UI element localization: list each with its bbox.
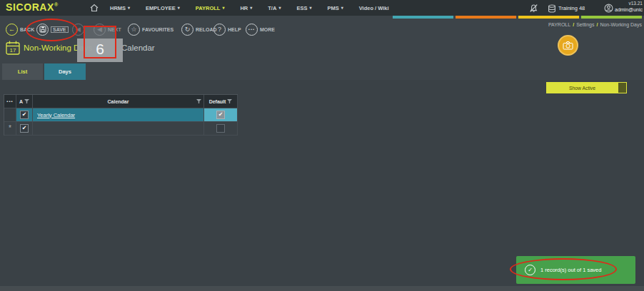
page-title: Non-Working Days — [24, 44, 92, 52]
app-version: v13.21 — [628, 1, 643, 6]
tab-list[interactable]: List — [2, 63, 43, 80]
column-header-row-menu[interactable]: ••• — [4, 95, 16, 108]
main-menu: HRMS▾ EMPLOYEE▾ PAYROLL▾ HR▾ T/A▾ ESS▾ P… — [110, 0, 389, 16]
calendar-record-link[interactable]: Yearly Calendar — [37, 112, 75, 118]
default-checkbox-cell: ✔ — [204, 108, 238, 122]
menu-hr[interactable]: HR▾ — [240, 5, 252, 11]
row-menu-cell[interactable] — [4, 108, 16, 122]
logged-in-user[interactable]: admin@unic — [615, 7, 643, 12]
previous-arrow-icon: ◀ — [72, 24, 84, 36]
menu-hrms[interactable]: HRMS▾ — [110, 5, 130, 11]
active-checkbox-cell: ✔ — [16, 108, 33, 122]
ellipsis-icon: ••• — [246, 24, 258, 36]
filter-funnel-icon[interactable] — [196, 99, 201, 103]
breadcrumb-payroll[interactable]: PAYROLL — [548, 22, 570, 27]
status-color-strip — [393, 16, 642, 19]
registered-mark: ® — [54, 2, 59, 7]
breadcrumb-non-working-days[interactable]: Non-Working Days — [600, 22, 642, 27]
filter-funnel-icon[interactable] — [227, 99, 232, 103]
calendar-table: ••• A Calendar Default — [4, 94, 238, 136]
active-checkbox-checked[interactable]: ✔ — [20, 124, 29, 133]
back-button[interactable]: ← BACK — [6, 23, 34, 36]
menu-ess[interactable]: ESS▾ — [296, 5, 311, 11]
column-header-calendar[interactable]: Calendar — [33, 95, 204, 108]
chevron-down-icon: ▾ — [128, 6, 130, 10]
question-mark-icon: ? — [213, 24, 226, 36]
favourites-button[interactable]: ☆ FAVOURITES — [128, 23, 173, 36]
toggle-handle[interactable] — [618, 83, 626, 93]
row-menu-icon: ••• — [6, 99, 13, 103]
chevron-down-icon: ▾ — [309, 6, 311, 10]
show-active-toggle[interactable]: Show Active — [546, 82, 627, 93]
chevron-down-icon: ▾ — [222, 6, 224, 10]
menu-payroll[interactable]: PAYROLL▾ — [196, 5, 225, 11]
chevron-down-icon: ▾ — [250, 6, 252, 10]
database-icon — [548, 4, 556, 13]
svg-text:17: 17 — [10, 47, 16, 53]
breadcrumb-separator: / — [573, 22, 574, 27]
chevron-down-icon: ▾ — [178, 6, 180, 10]
content-area: Show Active ••• A Calendar Defa — [0, 80, 644, 291]
save-button[interactable]: SAVE — [36, 23, 69, 36]
column-header-active[interactable]: A — [16, 95, 33, 108]
strip-segment-yellow — [518, 16, 579, 19]
notifications-muted-icon[interactable] — [529, 4, 538, 13]
floppy-disk-icon — [36, 24, 49, 36]
calendar-icon: 17 — [5, 40, 21, 56]
default-checkbox-unchecked[interactable] — [216, 124, 225, 133]
chevron-down-icon: ▾ — [341, 6, 343, 10]
reload-icon: ↻ — [181, 24, 193, 36]
home-icon[interactable] — [89, 3, 99, 13]
table-row — [33, 122, 204, 136]
menu-video-wiki[interactable]: Video / Wiki — [359, 5, 389, 11]
new-row-indicator-cell: * — [4, 122, 16, 136]
table-row: Yearly Calendar — [33, 108, 204, 122]
show-active-label: Show Active — [546, 82, 618, 93]
strip-segment-green — [581, 16, 642, 19]
column-header-default[interactable]: Default — [204, 95, 238, 108]
more-button[interactable]: ••• MORE — [246, 23, 275, 36]
bottom-edge — [0, 286, 644, 291]
camera-button[interactable] — [558, 35, 578, 56]
default-checkbox-cell — [204, 122, 238, 136]
new-row-icon: * — [9, 125, 11, 132]
annotation-step-number: 6 — [96, 41, 104, 57]
previous-button[interactable]: ◀ — [72, 23, 84, 36]
user-icon — [604, 4, 613, 13]
help-button[interactable]: ? HELP — [213, 23, 241, 36]
sicorax-logo: SICORAX® — [6, 1, 59, 13]
menu-employee[interactable]: EMPLOYEE▾ — [146, 5, 180, 11]
environment-label[interactable]: Training 48 — [558, 5, 585, 11]
tab-days[interactable]: Days — [44, 63, 86, 80]
default-checkbox-checked[interactable]: ✔ — [216, 111, 225, 119]
breadcrumb-settings[interactable]: Settings — [576, 22, 594, 27]
breadcrumb-separator: / — [596, 22, 598, 27]
star-icon: ☆ — [128, 24, 140, 36]
active-checkbox-checked[interactable]: ✔ — [20, 111, 29, 119]
menu-pms[interactable]: PMS▾ — [327, 5, 343, 11]
app-window: SICORAX® HRMS▾ EMPLOYEE▾ PAYROLL▾ HR▾ T/… — [0, 0, 644, 291]
next-button[interactable]: ◀ NEXT — [94, 23, 121, 36]
menu-ta[interactable]: T/A▾ — [268, 5, 281, 11]
strip-segment-teal — [393, 16, 453, 19]
save-success-toast: ✓ 1 record(s) out of 1 saved — [516, 256, 635, 284]
back-arrow-icon: ← — [6, 24, 18, 36]
success-check-icon: ✓ — [525, 265, 535, 275]
filter-funnel-icon[interactable] — [24, 99, 29, 103]
active-checkbox-cell: ✔ — [16, 122, 33, 136]
camera-icon — [563, 41, 573, 50]
next-arrow-icon: ◀ — [94, 24, 106, 36]
selected-record-title: Calendar — [121, 44, 155, 52]
toast-message: 1 record(s) out of 1 saved — [540, 267, 601, 273]
top-navigation-bar: SICORAX® HRMS▾ EMPLOYEE▾ PAYROLL▾ HR▾ T/… — [0, 0, 644, 16]
breadcrumb: PAYROLL / Settings / Non-Working Days — [548, 22, 642, 27]
strip-segment-orange — [456, 16, 516, 19]
reload-button[interactable]: ↻ RELOAD — [181, 23, 217, 36]
chevron-down-icon: ▾ — [278, 6, 281, 10]
